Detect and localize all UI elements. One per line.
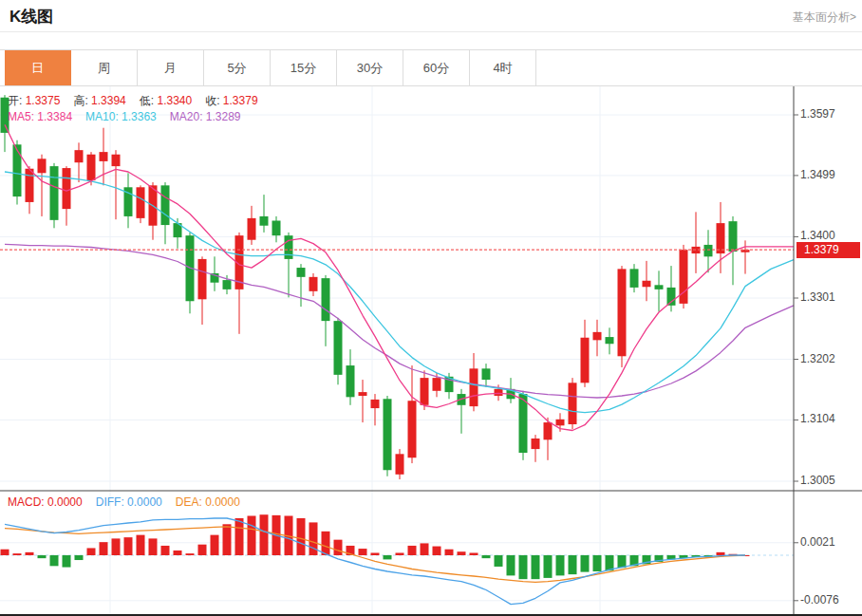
macd-value: MACD: 0.0000 [8,495,83,509]
ma5-value: MA5: 1.3384 [8,110,72,123]
current-price-badge: 1.3379 [796,242,860,258]
price-tick-label: 1.3597 [800,107,835,121]
macd-legend: MACD: 0.0000DIFF: 0.0000DEA: 0.0000 [8,495,253,509]
open-value: 开: 1.3375 [8,94,60,107]
ohlc-legend: 开: 1.3375高: 1.3394低: 1.3340收: 1.3379 [8,93,272,109]
price-tick-label: 1.3499 [800,168,835,181]
diff-value: DIFF: 0.0000 [96,495,162,509]
close-value: 收: 1.3379 [205,94,257,107]
macd-plot[interactable] [0,491,794,615]
price-tick-label: 1.3301 [800,290,835,304]
price-tick-label: 1.3104 [800,412,835,425]
price-tick-label: 1.3202 [800,352,835,365]
main-chart-plot[interactable] [0,86,794,491]
ma-legend: MA5: 1.3384MA10: 1.3363MA20: 1.3289 [8,110,254,123]
ma20-value: MA20: 1.3289 [170,110,241,123]
macd-tick-label: 0.0021 [800,535,835,549]
low-value: 低: 1.3340 [140,94,192,107]
price-tick-label: 1.3005 [800,474,835,487]
dea-value: DEA: 0.0000 [176,495,240,509]
ma10-value: MA10: 1.3363 [85,110,157,123]
price-tick-label: 1.3400 [800,229,835,242]
high-value: 高: 1.3394 [73,94,125,107]
macd-tick-label: -0.0076 [800,593,839,607]
